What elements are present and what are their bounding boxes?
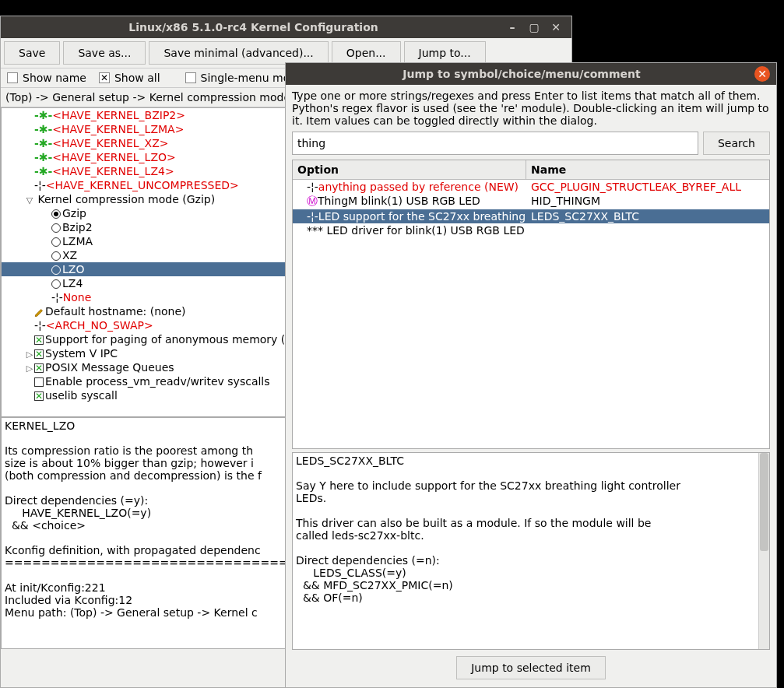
radio-icon [51, 279, 61, 289]
checkbox-icon [34, 377, 44, 387]
radio-icon [51, 237, 61, 247]
result-row[interactable]: *** LED driver for blink(1) USB RGB LED … [293, 223, 769, 237]
radio-icon [51, 223, 61, 233]
results-table[interactable]: Option Name -¦-anything passed by refere… [292, 160, 770, 449]
expand-icon[interactable]: ▷ [25, 349, 34, 360]
single-menu-checkbox[interactable] [185, 72, 196, 83]
search-input[interactable] [292, 132, 698, 155]
result-row[interactable]: ⓂThingM blink(1) USB RGB LED HID_THINGM [293, 194, 769, 209]
open-button[interactable]: Open... [332, 41, 401, 65]
result-row[interactable]: -¦-anything passed by reference (NEW) GC… [293, 180, 769, 194]
collapse-icon[interactable]: ▽ [25, 195, 34, 205]
jump-dialog: Jump to symbol/choice/menu/comment ✕ Typ… [285, 62, 777, 688]
dialog-help-text: Type one or more strings/regexes and pre… [292, 90, 770, 127]
maximize-button[interactable]: ▢ [525, 19, 543, 35]
search-button[interactable]: Search [703, 132, 770, 155]
close-button[interactable]: ✕ [754, 66, 770, 82]
scrollbar[interactable] [758, 453, 769, 649]
radio-icon [51, 209, 61, 219]
checkbox-icon [34, 391, 44, 401]
col-name[interactable]: Name [526, 160, 769, 179]
checkbox-icon [34, 363, 44, 373]
show-all-label: Show all [114, 72, 160, 84]
dialog-title: Jump to symbol/choice/menu/comment [292, 63, 751, 85]
main-window-title: Linux/x86 5.1.0-rc4 Kernel Configuration [7, 16, 500, 38]
dialog-info-pane[interactable]: LEDS_SC27XX_BLTC Say Y here to include s… [292, 452, 770, 650]
radio-icon [51, 265, 61, 275]
checkbox-icon [34, 349, 44, 359]
radio-icon [51, 251, 61, 261]
jump-to-button[interactable]: Jump to... [404, 41, 486, 65]
minimize-button[interactable]: – [503, 19, 522, 35]
main-titlebar[interactable]: Linux/x86 5.1.0-rc4 Kernel Configuration… [1, 16, 571, 38]
result-row[interactable]: -¦-LED support for the SC27xx breathing … [293, 209, 769, 223]
close-button[interactable]: ✕ [547, 19, 565, 35]
dialog-titlebar[interactable]: Jump to symbol/choice/menu/comment ✕ [286, 63, 776, 85]
dialog-info-text: LEDS_SC27XX_BLTC Say Y here to include s… [296, 455, 680, 604]
show-name-checkbox[interactable] [7, 72, 18, 83]
show-name-label: Show name [23, 72, 86, 84]
col-option[interactable]: Option [293, 160, 526, 179]
save-minimal-button[interactable]: Save minimal (advanced)... [149, 41, 328, 65]
checkbox-icon [34, 335, 44, 345]
show-all-checkbox[interactable]: ✕ [99, 72, 110, 83]
expand-icon[interactable]: ▷ [25, 363, 34, 374]
jump-to-selected-button[interactable]: Jump to selected item [456, 656, 606, 679]
save-button[interactable]: Save [4, 41, 60, 65]
pencil-icon [34, 307, 45, 318]
save-as-button[interactable]: Save as... [63, 41, 146, 65]
